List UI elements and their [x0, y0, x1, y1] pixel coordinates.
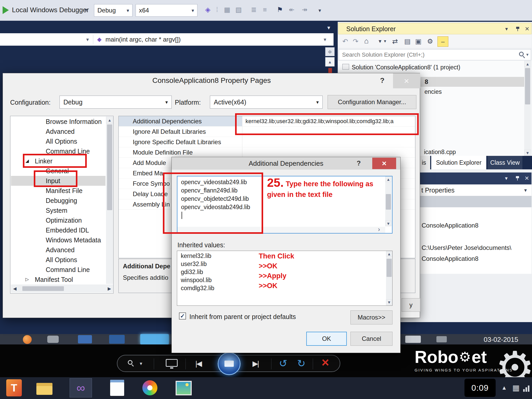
tray-expand-icon[interactable]: ▲	[501, 385, 507, 391]
grid-row[interactable]: Module Definition File	[119, 147, 415, 158]
configuration-combo[interactable]: Debug ▾	[94, 4, 132, 17]
ok-button[interactable]: OK	[306, 332, 347, 346]
taskbar-app-t[interactable]: T	[6, 379, 22, 396]
scroll-thumb[interactable]	[525, 68, 530, 104]
configuration-select[interactable]: Debug ▾	[59, 96, 172, 109]
platform-combo[interactable]: x64 ▾	[136, 4, 197, 17]
types-dropdown-caret-icon[interactable]: ▾	[86, 37, 89, 42]
textarea-hscrollbar[interactable]: ›	[177, 227, 385, 233]
scroll-down-icon[interactable]: ▼	[524, 150, 531, 156]
help-icon[interactable]: ?	[380, 77, 384, 84]
dialog-title-bar[interactable]: Additional Dependencies	[172, 157, 400, 170]
inherit-checkbox[interactable]: ✓	[179, 312, 186, 320]
redo-icon[interactable]: ↻	[297, 358, 305, 368]
members-dropdown-caret-icon[interactable]: ▾	[324, 37, 326, 42]
attach-icon[interactable]: ◈	[205, 6, 210, 13]
home-icon[interactable]: ⌂	[364, 37, 369, 45]
tab-class-view[interactable]: Class View	[488, 156, 522, 169]
indent-icon[interactable]: ≡	[263, 6, 267, 13]
tree-item-partial[interactable]: encies	[424, 88, 442, 95]
grid-value[interactable]: kernel32.lib;user32.lib;gdi32.lib;winspo…	[242, 116, 415, 126]
memory-icon[interactable]: ▧	[235, 6, 242, 13]
grid-row-additional-dependencies[interactable]: Additional Dependencies kernel32.lib;use…	[119, 116, 415, 127]
debug-target-button[interactable]: Local Windows Debugger	[12, 6, 89, 14]
tree-item[interactable]: Browse Information	[11, 117, 105, 127]
tree-item[interactable]: System	[11, 205, 105, 215]
preview-doc-icon[interactable]: ▣	[415, 38, 422, 45]
panel-menu-caret-icon[interactable]: ▾	[505, 26, 508, 31]
breadcrumb-function[interactable]: main(int argc, char * argv[])	[105, 36, 181, 43]
properties-doc-icon[interactable]: ▤	[404, 38, 411, 45]
breakpoints-icon[interactable]: ▦	[224, 6, 230, 13]
tree-item[interactable]: Manifest File	[11, 186, 105, 196]
tree-item[interactable]: Windows Metadata	[11, 235, 105, 245]
fit-screen-icon[interactable]	[166, 359, 178, 367]
solution-node[interactable]: Solution 'ConsoleApplication8' (1 projec…	[352, 64, 460, 71]
platform-select[interactable]: Active(x64) ▾	[210, 96, 323, 109]
collapse-all-button[interactable]: ‒	[437, 36, 448, 47]
taskbar-photo-viewer-icon[interactable]	[176, 381, 192, 395]
grid-value[interactable]	[242, 137, 415, 147]
scroll-up-icon[interactable]: ▲	[385, 176, 391, 182]
taskbar-explorer-icon[interactable]	[36, 383, 52, 395]
scroll-left-icon[interactable]: ◀	[11, 285, 18, 292]
properties-caret-icon[interactable]: ▾	[524, 188, 527, 193]
macros-button[interactable]: Macros>>	[350, 310, 393, 324]
tree-item[interactable]: Embedded IDL	[11, 225, 105, 235]
window-chevron-icon[interactable]: ▾	[327, 25, 330, 31]
scroll-right-icon[interactable]: ›	[378, 226, 380, 232]
start-debug-icon[interactable]	[3, 6, 9, 14]
scroll-thumb[interactable]	[386, 194, 391, 210]
search-caret-icon[interactable]: ▾	[526, 52, 529, 57]
close-icon[interactable]: ×	[525, 25, 529, 32]
tree-item[interactable]: All Options	[11, 136, 105, 146]
scroll-thumb[interactable]	[387, 259, 392, 277]
taskbar-notepad-icon[interactable]	[110, 380, 124, 396]
tree-item[interactable]: General	[11, 166, 105, 176]
close-button[interactable]: ×	[372, 158, 396, 169]
textarea-vscrollbar[interactable]: ▲ ▼	[385, 176, 391, 226]
scroll-down-icon[interactable]: ▼	[385, 221, 391, 226]
editor-scroll-up[interactable]: ▲	[325, 57, 335, 66]
tree-item[interactable]: Advanced	[11, 245, 105, 255]
back-icon[interactable]: ↶	[342, 38, 348, 45]
pin-icon[interactable]	[516, 26, 520, 31]
cancel-button[interactable]: Cancel	[350, 332, 393, 346]
keyboard-icon[interactable]: ▦	[512, 384, 520, 392]
tab-solution-explorer[interactable]: Solution Explorer	[431, 156, 486, 169]
tree-item[interactable]: Optimization	[11, 215, 105, 225]
tree-vscrollbar[interactable]: ▲	[106, 117, 113, 284]
network-icon[interactable]	[523, 385, 530, 392]
skip-forward-icon[interactable]: ▶|	[252, 360, 258, 367]
tree-hscrollbar[interactable]: ◀ ▶	[11, 284, 113, 293]
panel-menu-caret-icon[interactable]: ▾	[505, 176, 508, 181]
inherit-checkbox-label[interactable]: Inherit from parent or project defaults	[189, 313, 296, 321]
splitter-button[interactable]: ≑	[325, 47, 335, 56]
tree-item-input[interactable]: Input	[11, 176, 105, 186]
scroll-right-icon[interactable]: ▶	[106, 285, 113, 292]
tree-item-manifest-tool[interactable]: ▷Manifest Tool	[11, 275, 105, 284]
bookmark-icon[interactable]: ⚑	[277, 6, 283, 13]
tree-item-partial[interactable]: 8	[421, 77, 525, 87]
scroll-up-icon[interactable]: ▲	[386, 251, 392, 257]
toolbar-overflow-icon[interactable]: ▾	[318, 8, 321, 13]
tree-scrollbar[interactable]: ▲ ▼	[524, 61, 531, 156]
next-bookmark-icon[interactable]: ↠	[302, 6, 308, 13]
grid-row[interactable]: Ignore All Default Libraries	[119, 127, 415, 137]
zoom-icon[interactable]	[128, 360, 132, 365]
tree-item[interactable]: Advanced	[11, 127, 105, 136]
undo-icon[interactable]: ↺	[279, 358, 287, 368]
search-input[interactable]	[339, 49, 531, 60]
prev-bookmark-icon[interactable]: ↞	[289, 6, 295, 13]
tree-item[interactable]: Command Line	[11, 146, 105, 156]
search-icon[interactable]	[519, 52, 524, 56]
taskbar-paint-icon[interactable]	[142, 380, 157, 395]
tree-item-partial[interactable]: ication8.cpp	[424, 149, 456, 156]
grid-value[interactable]	[242, 127, 415, 137]
play-button[interactable]	[218, 352, 241, 375]
taskbar-visual-studio[interactable]: ∞	[70, 378, 92, 397]
scroll-thumb[interactable]	[107, 124, 112, 210]
configuration-manager-button[interactable]: Configuration Manager...	[328, 95, 416, 109]
tree-item[interactable]: Command Line	[11, 265, 105, 275]
wrench-icon[interactable]: ⚙	[427, 38, 433, 45]
